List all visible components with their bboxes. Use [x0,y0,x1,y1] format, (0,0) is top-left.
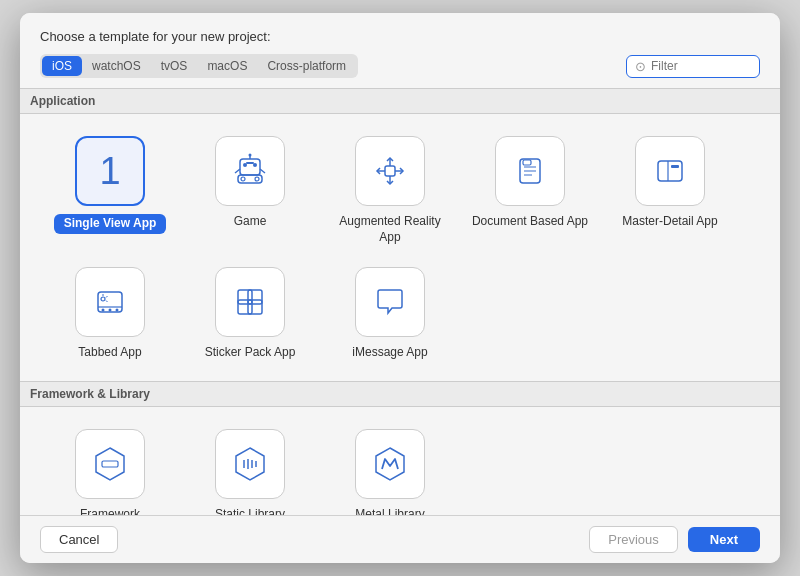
application-grid: 1 Single View App [40,114,760,381]
svg-point-5 [249,154,252,157]
platform-tabs: iOS watchOS tvOS macOS Cross-platform [40,54,358,78]
svg-rect-21 [658,161,682,181]
imessage-label: iMessage App [352,345,427,361]
tab-ios[interactable]: iOS [42,56,82,76]
svg-point-29 [101,297,105,301]
dialog-footer: Cancel Previous Next [20,515,780,563]
framework-label: Framework [80,507,140,515]
svg-rect-33 [238,290,252,304]
template-master-detail[interactable]: Master-Detail App [600,124,740,255]
template-framework[interactable]: Framework [40,417,180,515]
dialog-title: Choose a template for your new project: [40,29,760,44]
svg-rect-35 [238,300,252,314]
svg-rect-0 [240,159,260,175]
document-app-icon [495,136,565,206]
sticker-pack-icon [215,267,285,337]
template-document-app[interactable]: Document Based App [460,124,600,255]
framework-icon [75,429,145,499]
svg-rect-23 [671,165,679,168]
ar-app-label: Augmented Reality App [330,214,450,245]
tab-tvos[interactable]: tvOS [151,56,198,76]
static-library-label: Static Library [215,507,285,515]
template-static-library[interactable]: Static Library [180,417,320,515]
template-sticker-pack[interactable]: Sticker Pack App [180,255,320,371]
svg-rect-8 [238,175,262,183]
imessage-icon [355,267,425,337]
game-label: Game [234,214,267,230]
svg-point-10 [255,177,259,181]
framework-grid: Framework Static Library [40,407,760,515]
svg-marker-39 [236,448,264,480]
tab-bar: iOS watchOS tvOS macOS Cross-platform ⊙ [40,54,760,78]
tab-macos[interactable]: macOS [197,56,257,76]
svg-point-26 [102,309,105,312]
metal-library-label: Metal Library [355,507,424,515]
previous-button[interactable]: Previous [589,526,678,553]
content-area: Application 1 Single View App [20,88,780,515]
document-app-label: Document Based App [472,214,588,230]
tab-watchos[interactable]: watchOS [82,56,151,76]
svg-rect-15 [385,166,395,176]
svg-marker-44 [376,448,404,480]
new-project-dialog: Choose a template for your new project: … [20,13,780,563]
svg-point-28 [116,309,119,312]
template-ar-app[interactable]: Augmented Reality App [320,124,460,255]
svg-rect-3 [246,162,254,164]
section-framework: Framework & Library [20,381,780,407]
template-single-view-app[interactable]: 1 Single View App [40,124,180,255]
template-metal-library[interactable]: Metal Library [320,417,460,515]
single-view-app-label: Single View App [54,214,167,234]
svg-marker-37 [96,448,124,480]
svg-line-32 [106,301,108,303]
svg-line-31 [106,296,108,298]
cancel-button[interactable]: Cancel [40,526,118,553]
svg-rect-38 [102,461,118,467]
tabbed-app-label: Tabbed App [78,345,141,361]
tabbed-app-icon [75,267,145,337]
game-icon [215,136,285,206]
static-library-icon [215,429,285,499]
template-tabbed-app[interactable]: Tabbed App [40,255,180,371]
tab-crossplatform[interactable]: Cross-platform [257,56,356,76]
section-application: Application [20,88,780,114]
svg-rect-34 [248,290,262,304]
filter-icon: ⊙ [635,59,646,74]
filter-box: ⊙ [626,55,760,78]
svg-rect-36 [248,300,262,314]
master-detail-label: Master-Detail App [622,214,717,230]
template-imessage[interactable]: iMessage App [320,255,460,371]
svg-point-27 [109,309,112,312]
dialog-header: Choose a template for your new project: … [20,13,780,88]
sticker-pack-label: Sticker Pack App [205,345,296,361]
filter-input[interactable] [651,59,751,73]
metal-library-icon [355,429,425,499]
svg-point-9 [241,177,245,181]
template-game[interactable]: Game [180,124,320,255]
single-view-app-icon: 1 [75,136,145,206]
next-button[interactable]: Next [688,527,760,552]
ar-app-icon [355,136,425,206]
master-detail-icon [635,136,705,206]
svg-rect-20 [523,160,531,165]
